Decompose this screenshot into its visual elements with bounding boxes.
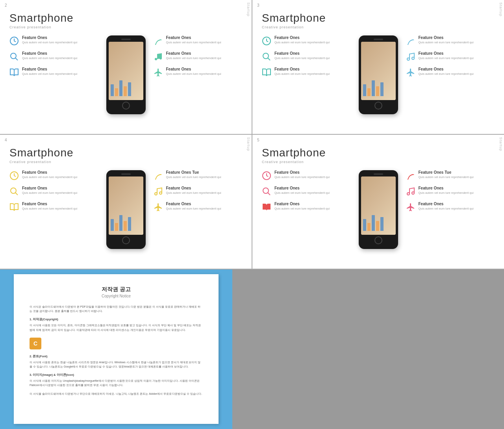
chart-bar: [376, 221, 379, 231]
phone-chart: [363, 215, 384, 231]
feature-title: Feature Ones: [419, 202, 495, 206]
phone-container-4: [355, 170, 402, 249]
slide-subtitle-2: Creative presentation: [262, 25, 495, 29]
feature-desc: Quis autem vel eum lure reprehenderit qu…: [166, 56, 243, 61]
features-right-3: Feature Ones Tue Quis autem vel eum lure…: [154, 170, 243, 212]
leaf-icon: [154, 171, 163, 180]
startup-label-1: Startup: [245, 0, 252, 19]
gray-area: [232, 269, 504, 429]
feature-title: Feature Ones: [22, 202, 98, 206]
features-right-1: Feature Ones Quis autem vel eum lure rep…: [154, 35, 243, 77]
feature-item: Feature Ones Quis autem vel eum lure rep…: [406, 67, 495, 77]
slide-number-1: 2: [5, 3, 7, 7]
features-left-1: Feature Ones Quis autem vel eum lure rep…: [9, 35, 98, 77]
feature-item: Feature Ones Tue Quis autem vel eum lure…: [154, 170, 243, 180]
feature-desc: Quis autem vel eum lure reprehenderit qu…: [22, 56, 98, 61]
feature-desc: Quis autem vel eum lure reprehenderit qu…: [22, 207, 98, 211]
feature-title: Feature Ones: [166, 67, 243, 71]
doc-section-copyright: 1. 저작권(Copyright) 이 서식에 사용된 모든 이미지, 폰트, …: [30, 317, 203, 332]
slide-title-4: Smartphone: [262, 147, 495, 159]
main-grid: 2 Startup Smartphone Creative presentati…: [0, 0, 504, 429]
svg-point-11: [11, 188, 16, 193]
feature-title: Feature Ones: [166, 35, 243, 40]
svg-point-19: [412, 192, 414, 194]
slide-1: 2 Startup Smartphone Creative presentati…: [0, 0, 252, 134]
chart-bar: [111, 219, 114, 231]
doc-intro: 이 서식은 슬라이드쉐어에서 다운받아 본 PDF파일을 이용하여 만들어진 것…: [30, 305, 203, 313]
slide-title-2: Smartphone: [262, 12, 495, 24]
chart-bar: [111, 84, 114, 96]
doc-intro-text: 이 서식은 슬라이드쉐어에서 다운받아 본 PDF파일을 이용하여 만들어진 것…: [30, 305, 200, 312]
doc-section-body: 이 서식에 사용된 이미지는 Unsplash/pixabay/morguefi…: [30, 379, 200, 386]
features-left-4: Feature Ones Quis autem vel eum lure rep…: [262, 170, 351, 212]
search-icon: [262, 187, 271, 196]
feature-desc: Quis autem vel eum lure reprehenderit qu…: [419, 72, 495, 76]
feature-item: Feature Ones Quis autem vel eum lure rep…: [9, 170, 98, 180]
feature-desc: Quis autem vel eum lure reprehenderit qu…: [166, 175, 243, 180]
feature-item: Feature Ones Quis autem vel eum lure rep…: [262, 35, 351, 46]
clock-icon: [9, 171, 19, 180]
doc-section-title: 3. 이미지(Image) & 아이콘(Icon): [30, 373, 203, 377]
book-icon: [9, 68, 19, 77]
search-icon: [262, 52, 271, 61]
feature-desc: Quis autem vel eum lure reprehenderit qu…: [22, 175, 98, 180]
chart-bar: [363, 219, 366, 231]
bottom-row: 저작권 공고 Copyright Notice 이 서식은 슬라이드쉐어에서 다…: [0, 269, 504, 429]
feature-title: Feature Ones: [166, 51, 243, 56]
feature-title: Feature Ones: [419, 35, 495, 40]
feature-item: Feature Ones Tue Quis autem vel eum lure…: [406, 170, 495, 180]
chart-bar: [119, 215, 122, 231]
feature-item: Feature Ones Quis autem vel eum lure rep…: [406, 51, 495, 61]
chart-bar: [380, 82, 384, 96]
search-icon: [9, 187, 19, 196]
features-left-2: Feature Ones Quis autem vel eum lure rep…: [262, 35, 351, 77]
svg-point-16: [263, 188, 269, 193]
phone-chart: [363, 80, 384, 96]
chart-bar: [372, 80, 375, 96]
feature-title: Feature Ones: [419, 51, 495, 56]
slide-2: 3 Startup Smartphone Creative presentati…: [252, 0, 504, 134]
doc-section-title: 1. 저작권(Copyright): [30, 317, 203, 322]
chart-bar: [115, 223, 118, 231]
phone-home-button: [374, 102, 382, 110]
feature-title: Feature Ones: [419, 67, 495, 71]
features-right-4: Feature Ones Tue Quis autem vel eum lure…: [406, 170, 495, 212]
feature-desc: Quis autem vel eum lure reprehenderit qu…: [166, 72, 243, 76]
chart-bar: [124, 86, 127, 96]
feature-item: Feature Ones Quis autem vel eum lure rep…: [262, 186, 351, 196]
music-icon: [154, 187, 163, 196]
feature-desc: Quis autem vel eum lure reprehenderit qu…: [22, 72, 98, 76]
chart-bar: [119, 80, 122, 96]
plane-icon: [406, 68, 415, 77]
phone-mockup-3: [106, 170, 146, 249]
slide-number-4: 5: [257, 138, 259, 142]
feature-item: Feature Ones Quis autem vel eum lure rep…: [406, 186, 495, 196]
clock-icon: [262, 171, 271, 180]
feature-title: Feature Ones: [419, 186, 495, 190]
svg-point-8: [407, 58, 410, 60]
phone-speaker: [121, 39, 131, 40]
svg-point-13: [155, 193, 157, 195]
feature-desc: Quis autem vel eum lure reprehenderit qu…: [166, 207, 243, 211]
feature-item: Feature Ones Quis autem vel eum lure rep…: [154, 202, 243, 212]
slide-3: 4 Startup Smartphone Creative presentati…: [0, 135, 252, 269]
startup-label-3: Startup: [245, 135, 252, 154]
svg-line-2: [15, 58, 18, 60]
features-layout-2: Feature Ones Quis autem vel eum lure rep…: [262, 35, 495, 114]
book-icon: [9, 202, 19, 212]
svg-point-1: [11, 53, 16, 59]
feature-title: Feature Ones: [274, 186, 351, 190]
feature-desc: Quis autem vel eum lure reprehenderit qu…: [22, 191, 98, 195]
phone-home-button: [122, 236, 130, 244]
feature-desc: Quis autem vel eum lure reprehenderit qu…: [419, 207, 495, 211]
svg-line-17: [268, 193, 270, 195]
feature-title-ones-tue: Feature Ones Tue: [419, 170, 495, 175]
startup-label-2: Startup: [498, 0, 504, 19]
doc-title: 저작권 공고: [30, 286, 203, 293]
svg-line-7: [268, 58, 270, 60]
svg-point-9: [412, 57, 414, 59]
feature-title: Feature Ones: [166, 186, 243, 190]
clock-icon: [9, 36, 19, 46]
phone-container-3: [102, 170, 150, 249]
features-layout-1: Feature Ones Quis autem vel eum lure rep…: [9, 35, 242, 114]
